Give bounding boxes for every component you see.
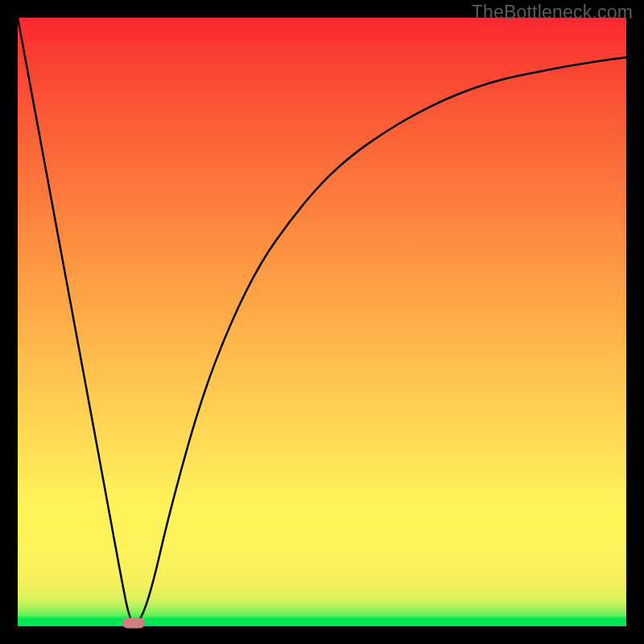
optimal-point-marker [122,618,145,629]
attribution-text: TheBottleneck.com [472,2,633,23]
plot-area [18,18,626,626]
bottleneck-curve [18,18,626,626]
chart-container: TheBottleneck.com [0,0,644,644]
